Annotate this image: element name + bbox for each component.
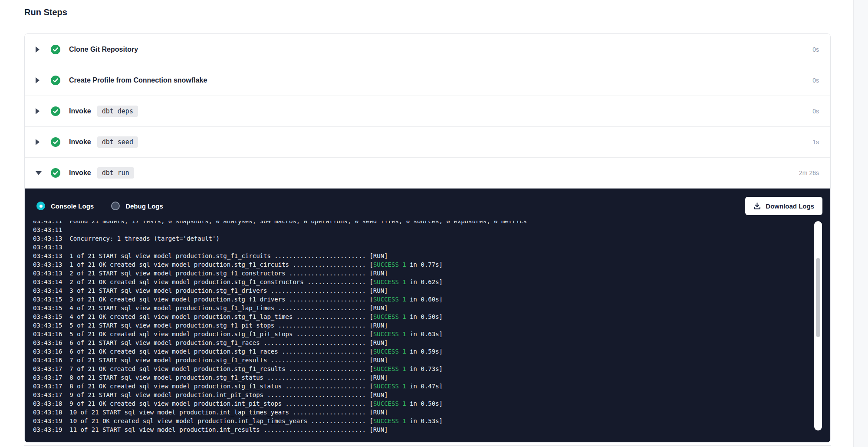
steps-list: Clone Git Repository 0s Create Profile f… xyxy=(25,34,830,188)
download-icon xyxy=(753,202,761,210)
step-duration: 0s xyxy=(812,108,819,115)
run-steps-section: Run Steps Clone Git Repository 0s Create… xyxy=(24,0,831,446)
page-right-gutter xyxy=(853,0,868,447)
success-check-icon xyxy=(51,106,60,116)
log-line: 03:43:14 3 of 21 START sql view model pr… xyxy=(33,286,809,295)
radio-selected-icon[interactable] xyxy=(36,202,45,210)
page-left-edge xyxy=(2,0,2,447)
log-line: 03:43:15 5 of 21 START sql view model pr… xyxy=(33,321,809,330)
console-log-output: 03:43:11 Found 21 models, 17 tests, 0 sn… xyxy=(33,221,809,434)
tab-debug-logs-label: Debug Logs xyxy=(125,202,163,210)
step-duration: 0s xyxy=(812,46,819,53)
log-line: 03:43:19 11 of 21 START sql view model p… xyxy=(33,425,809,434)
log-line: 03:43:17 7 of 21 OK created sql view mod… xyxy=(33,364,809,373)
run-steps-card: Clone Git Repository 0s Create Profile f… xyxy=(24,33,831,443)
log-line: 03:43:15 3 of 21 OK created sql view mod… xyxy=(33,295,809,304)
tab-console-logs-label: Console Logs xyxy=(51,202,94,210)
log-line: 03:43:18 10 of 21 START sql view model p… xyxy=(33,408,809,417)
expand-caret-icon[interactable] xyxy=(36,171,42,175)
log-line: 03:43:18 9 of 21 OK created sql view mod… xyxy=(33,399,809,408)
log-scrollbar-track[interactable] xyxy=(814,221,822,430)
step-row[interactable]: Create Profile from Connection snowflake… xyxy=(25,65,830,96)
step-label: Clone Git Repository xyxy=(69,46,138,53)
log-line: 03:43:13 xyxy=(33,243,809,252)
step-label: Invoke xyxy=(69,169,91,177)
tab-console-logs[interactable]: Console Logs xyxy=(36,202,94,210)
step-label: Create Profile from Connection snowflake xyxy=(69,76,207,84)
log-panel-header: Console Logs Debug Logs Download Logs xyxy=(25,189,830,219)
step-duration: 2m 26s xyxy=(799,169,819,176)
step-duration: 1s xyxy=(812,139,819,146)
step-command-badge: dbt run xyxy=(97,167,134,179)
log-line: 03:43:17 8 of 21 OK created sql view mod… xyxy=(33,382,809,391)
expand-caret-icon[interactable] xyxy=(36,139,42,145)
success-check-icon xyxy=(51,45,60,54)
success-check-icon xyxy=(51,168,60,178)
log-line: 03:43:15 4 of 21 OK created sql view mod… xyxy=(33,312,809,321)
step-row[interactable]: Invoke dbt seed 1s xyxy=(25,126,830,157)
step-duration: 0s xyxy=(812,77,819,84)
download-logs-label: Download Logs xyxy=(766,202,814,210)
step-label: Invoke xyxy=(69,107,91,115)
log-line: 03:43:11 xyxy=(33,225,809,234)
radio-unselected-icon[interactable] xyxy=(111,202,120,210)
step-row[interactable]: Invoke dbt run 2m 26s xyxy=(25,157,830,188)
log-scrollbar-thumb[interactable] xyxy=(816,258,820,337)
log-line: 03:43:13 2 of 21 START sql view model pr… xyxy=(33,269,809,278)
tab-debug-logs[interactable]: Debug Logs xyxy=(111,202,163,210)
step-row[interactable]: Clone Git Repository 0s xyxy=(25,34,830,65)
success-check-icon xyxy=(51,76,60,85)
log-line: 03:43:16 6 of 21 OK created sql view mod… xyxy=(33,347,809,356)
download-logs-button[interactable]: Download Logs xyxy=(745,197,822,215)
step-command-badge: dbt deps xyxy=(97,106,138,117)
log-viewport: 03:43:11 Found 21 models, 17 tests, 0 sn… xyxy=(33,221,809,440)
log-line: 03:43:17 9 of 21 START sql view model pr… xyxy=(33,391,809,399)
page-title: Run Steps xyxy=(24,0,831,19)
log-line: 03:43:11 Found 21 models, 17 tests, 0 sn… xyxy=(33,221,809,225)
step-row[interactable]: Invoke dbt deps 0s xyxy=(25,96,830,126)
log-line: 03:43:14 2 of 21 OK created sql view mod… xyxy=(33,278,809,286)
log-line: 03:43:16 7 of 21 START sql view model pr… xyxy=(33,356,809,364)
log-line: 03:43:17 8 of 21 START sql view model pr… xyxy=(33,373,809,382)
expand-caret-icon[interactable] xyxy=(36,46,42,53)
expand-caret-icon[interactable] xyxy=(36,108,42,114)
step-label: Invoke xyxy=(69,138,91,146)
log-line: 03:43:13 Concurrency: 1 threads (target=… xyxy=(33,234,809,243)
step-command-badge: dbt seed xyxy=(97,136,138,148)
log-line: 03:43:19 10 of 21 OK created sql view mo… xyxy=(33,417,809,425)
console-log-panel: Console Logs Debug Logs Download Logs xyxy=(25,188,830,442)
log-line: 03:43:13 1 of 21 OK created sql view mod… xyxy=(33,260,809,269)
expand-caret-icon[interactable] xyxy=(36,77,42,83)
log-line: 03:43:16 5 of 21 OK created sql view mod… xyxy=(33,330,809,338)
next-section-divider xyxy=(24,445,831,446)
log-line: 03:43:13 1 of 21 START sql view model pr… xyxy=(33,252,809,260)
log-line: 03:43:15 4 of 21 START sql view model pr… xyxy=(33,304,809,312)
log-line: 03:43:16 6 of 21 START sql view model pr… xyxy=(33,338,809,347)
success-check-icon xyxy=(51,137,60,147)
